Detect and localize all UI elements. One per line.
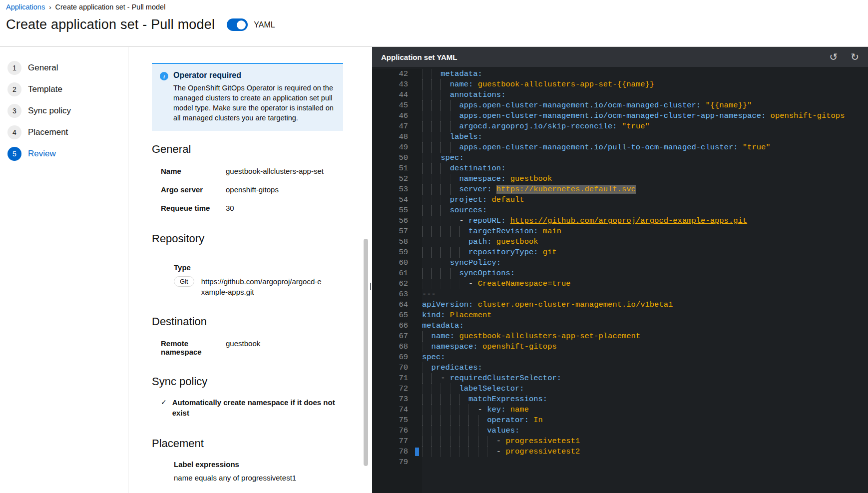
code-line[interactable] — [422, 457, 868, 468]
code-line[interactable]: - repoURL: https://github.com/argoproj/a… — [422, 216, 868, 226]
code-line[interactable]: server: https://kubernetes.default.svc — [422, 184, 868, 195]
indent-guide — [422, 163, 423, 174]
code-line[interactable]: - key: name — [422, 405, 868, 415]
line-number: 64 — [372, 300, 408, 310]
yaml-token: key: — [487, 405, 505, 414]
step-label: Review — [28, 149, 56, 159]
panel-resize-handle[interactable] — [370, 283, 372, 290]
yaml-token: git — [538, 248, 557, 257]
yaml-editor-panel: Application set YAML ↺ ↻ 424344454647484… — [372, 47, 868, 493]
code-line[interactable]: matchExpressions: — [422, 394, 868, 405]
code-line[interactable]: apps.open-cluster-management.io/ocm-mana… — [422, 111, 868, 121]
line-number: 60 — [372, 258, 408, 268]
wizard-step-review[interactable]: 5 Review — [0, 143, 128, 164]
code-line[interactable]: namespace: openshift-gitops — [422, 342, 868, 352]
yaml-toggle-switch[interactable] — [227, 18, 248, 31]
indent-guide — [422, 247, 423, 258]
indent-guide — [422, 205, 423, 216]
indent-guide — [422, 373, 423, 384]
yaml-link: https://kubernetes.default.svc — [496, 185, 636, 194]
code-line[interactable]: - progressivetest1 — [422, 436, 868, 447]
editor-body[interactable]: 4243444546474849505152535455565758596061… — [372, 67, 868, 493]
indent-guide — [468, 436, 469, 447]
yaml-token: guestbook — [492, 237, 538, 246]
breadcrumb-separator-icon: › — [49, 3, 51, 11]
code-line[interactable]: --- — [422, 289, 868, 300]
indent-guide — [432, 237, 432, 247]
indent-guide — [450, 426, 450, 436]
code-line[interactable]: repositoryType: git — [422, 247, 868, 258]
indent-guide — [459, 426, 459, 436]
indent-guide — [450, 405, 450, 415]
indent-guide — [468, 415, 469, 426]
code-line[interactable]: annotations: — [422, 90, 868, 100]
line-number: 61 — [372, 268, 408, 279]
code-line[interactable]: labelSelector: — [422, 384, 868, 394]
yaml-link: https://github.com/argoproj/argocd-examp… — [510, 216, 747, 225]
code-line[interactable]: destination: — [422, 163, 868, 174]
indent-guide — [440, 79, 441, 90]
redo-icon[interactable]: ↻ — [851, 52, 859, 62]
page-title: Create application set - Pull model — [6, 17, 215, 32]
wizard-step-template[interactable]: 2 Template — [0, 78, 128, 100]
line-number: 79 — [372, 457, 408, 468]
indent-guide — [422, 132, 423, 142]
editor-code[interactable]: metadata: name: guestbook-allclusters-ap… — [422, 69, 868, 493]
code-line[interactable]: values: — [422, 426, 868, 436]
yaml-token: --- — [422, 290, 436, 299]
wizard-step-placement[interactable]: 4 Placement — [0, 121, 128, 143]
line-number: 72 — [372, 384, 408, 394]
code-line[interactable]: syncOptions: — [422, 268, 868, 279]
yaml-token: main — [538, 227, 562, 236]
yaml-token: repositoryType: — [422, 248, 538, 257]
line-number: 43 — [372, 79, 408, 90]
code-line[interactable]: syncPolicy: — [422, 258, 868, 268]
code-line[interactable]: sources: — [422, 205, 868, 216]
label-expressions-label: Label expressions — [174, 460, 343, 469]
code-line[interactable]: - progressivetest2 — [422, 447, 868, 457]
editor-gutter: 4243444546474849505152535455565758596061… — [372, 69, 422, 493]
code-line[interactable]: kind: Placement — [422, 310, 868, 321]
indent-guide — [422, 279, 423, 289]
alert-body: The OpenShift GitOps Operator is require… — [173, 83, 335, 123]
code-line[interactable]: labels: — [422, 132, 868, 142]
code-line[interactable]: argocd.argoproj.io/skip-reconcile: "true… — [422, 121, 868, 132]
code-line[interactable]: - CreateNamespace=true — [422, 279, 868, 289]
indent-guide — [432, 79, 432, 90]
code-line[interactable]: operator: In — [422, 415, 868, 426]
wizard-step-sync-policy[interactable]: 3 Sync policy — [0, 100, 128, 121]
indent-guide — [450, 237, 450, 247]
code-line[interactable]: name: guestbook-allclusters-app-set-plac… — [422, 331, 868, 342]
indent-guide — [440, 100, 441, 111]
code-line[interactable]: namespace: guestbook — [422, 174, 868, 184]
step-label: General — [28, 63, 58, 73]
breadcrumb-link-applications[interactable]: Applications — [6, 3, 45, 11]
code-line[interactable]: metadata: — [422, 69, 868, 79]
line-number: 57 — [372, 226, 408, 237]
indent-guide — [478, 426, 478, 436]
indent-guide — [440, 132, 441, 142]
line-number: 69 — [372, 352, 408, 363]
code-line[interactable]: apps.open-cluster-management.io/pull-to-… — [422, 142, 868, 153]
line-number: 53 — [372, 184, 408, 195]
indent-guide — [440, 90, 441, 100]
code-line[interactable]: apps.open-cluster-management.io/ocm-mana… — [422, 100, 868, 111]
code-line[interactable]: apiVersion: cluster.open-cluster-managem… — [422, 300, 868, 310]
code-line[interactable]: targetRevision: main — [422, 226, 868, 237]
wizard-step-general[interactable]: 1 General — [0, 57, 128, 78]
yaml-token: "{{name}}" — [701, 101, 752, 110]
indent-guide — [422, 342, 423, 352]
code-line[interactable]: spec: — [422, 153, 868, 163]
code-line[interactable]: - requiredClusterSelector: — [422, 373, 868, 384]
code-line[interactable]: metadata: — [422, 321, 868, 331]
code-line[interactable]: project: default — [422, 195, 868, 205]
code-line[interactable]: spec: — [422, 352, 868, 363]
code-line[interactable]: path: guestbook — [422, 237, 868, 247]
yaml-token: requiredClusterSelector: — [450, 374, 561, 383]
step-label: Placement — [28, 127, 68, 137]
indent-guide — [450, 247, 450, 258]
review-scrollbar-thumb[interactable] — [364, 239, 368, 466]
code-line[interactable]: name: guestbook-allclusters-app-set-{{na… — [422, 79, 868, 90]
undo-icon[interactable]: ↺ — [829, 52, 838, 62]
code-line[interactable]: predicates: — [422, 363, 868, 373]
